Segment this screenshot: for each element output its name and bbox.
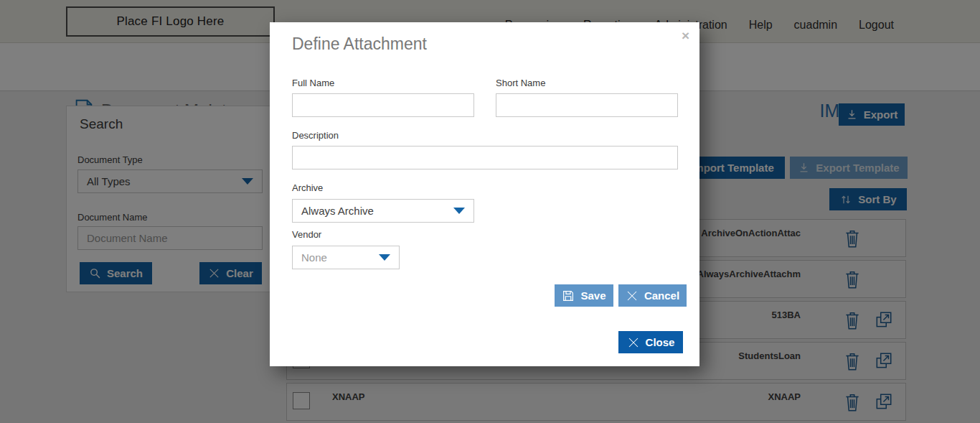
modal-close-button-label: Close [646,336,675,348]
close-icon[interactable]: × [682,28,689,44]
define-attachment-modal: Define Attachment × Full Name Short Name… [270,22,699,366]
modal-close-button[interactable]: Close [618,331,683,353]
close-x-icon [627,336,640,349]
short-name-label: Short Name [496,78,545,88]
cancel-button[interactable]: Cancel [618,284,687,307]
cancel-button-label: Cancel [644,289,679,302]
save-disk-icon [562,289,575,302]
description-input[interactable] [293,147,677,169]
save-button[interactable]: Save [555,284,613,307]
short-name-input[interactable] [496,94,677,116]
archive-value: Always Archive [301,205,374,217]
archive-label: Archive [292,182,323,193]
vendor-select[interactable]: None [292,246,400,269]
vendor-label: Vendor [292,229,321,240]
archive-select[interactable]: Always Archive [292,199,474,223]
description-field-wrap [292,146,678,169]
full-name-input[interactable] [293,94,473,116]
description-label: Description [292,130,339,141]
page: Place FI Logo Here Processing Reporting … [0,0,980,423]
short-name-field-wrap [496,93,678,117]
modal-title: Define Attachment [292,34,427,54]
vendor-value: None [301,251,327,264]
save-button-label: Save [580,289,606,302]
full-name-field-wrap [292,93,474,117]
cancel-x-icon [626,289,639,302]
full-name-label: Full Name [292,78,334,88]
chevron-down-icon [453,208,465,214]
chevron-down-icon [379,254,390,261]
